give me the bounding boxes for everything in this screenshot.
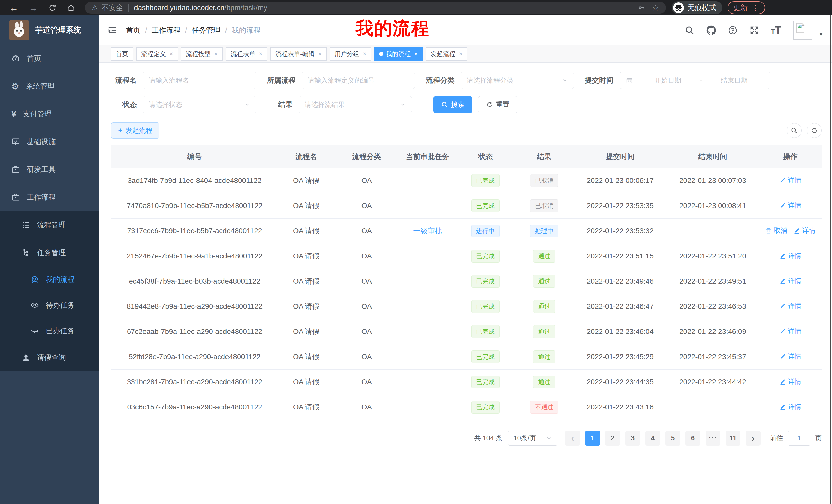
sidebar-item-11[interactable]: 请假查询 xyxy=(0,344,99,371)
detail-link[interactable]: 详情 xyxy=(779,377,801,386)
reset-button[interactable]: 重置 xyxy=(478,96,517,113)
forward-icon[interactable]: → xyxy=(29,3,38,12)
breadcrumb-item-2[interactable]: 任务管理 xyxy=(192,25,220,35)
detail-link[interactable]: 详情 xyxy=(779,302,801,311)
search-icon[interactable] xyxy=(685,25,695,35)
tab-1[interactable]: 流程定义× xyxy=(136,47,178,61)
menu-dots-icon[interactable]: ⋮ xyxy=(752,3,759,12)
tab-4[interactable]: 流程表单-编辑× xyxy=(270,47,327,61)
sidebar-item-1[interactable]: ⚙系统管理 xyxy=(0,73,99,100)
column-header-0: 编号 xyxy=(111,145,278,168)
result-select[interactable]: 请选择流结果 xyxy=(299,96,412,113)
status-badge: 不通过 xyxy=(530,401,558,414)
detail-link[interactable]: 详情 xyxy=(779,276,801,285)
yen-icon: ¥ xyxy=(11,109,16,119)
tab-6[interactable]: 我的流程× xyxy=(374,47,423,61)
sidebar-item-2[interactable]: ¥支付管理 xyxy=(0,100,99,128)
detail-link[interactable]: 详情 xyxy=(779,176,801,185)
chevron-down-icon xyxy=(244,102,250,108)
breadcrumb-item-1[interactable]: 工作流程 xyxy=(152,25,181,35)
detail-link[interactable]: 详情 xyxy=(779,352,801,361)
sidebar-item-6[interactable]: 流程管理 xyxy=(0,211,99,239)
close-icon[interactable]: × xyxy=(414,50,418,58)
search-button[interactable]: 搜索 xyxy=(434,96,472,113)
close-icon[interactable]: × xyxy=(170,50,173,58)
process-definition-input[interactable]: 请输入流程定义的编号 xyxy=(302,72,415,89)
page-button-2[interactable]: 2 xyxy=(605,431,620,446)
detail-link[interactable]: 详情 xyxy=(779,251,801,260)
sidebar-item-9[interactable]: 待办任务 xyxy=(0,292,99,318)
page-button-11[interactable]: 11 xyxy=(726,431,740,446)
breadcrumb-item-0[interactable]: 首页 xyxy=(126,25,140,35)
column-header-4: 状态 xyxy=(456,145,515,168)
avatar[interactable] xyxy=(793,21,812,40)
fullscreen-icon[interactable] xyxy=(750,25,759,35)
reload-icon[interactable] xyxy=(48,4,57,12)
caret-down-icon[interactable]: ▾ xyxy=(820,30,823,38)
page-button-3[interactable]: 3 xyxy=(625,431,640,446)
sidebar-item-5[interactable]: 工作流程 xyxy=(0,184,99,211)
refresh-table-button[interactable] xyxy=(807,123,822,138)
close-icon[interactable]: × xyxy=(214,50,218,58)
font-size-icon[interactable]: TT xyxy=(771,24,781,36)
cancel-link[interactable]: 取消 xyxy=(765,226,787,235)
tab-0[interactable]: 首页 xyxy=(111,47,133,61)
status-label: 状态 xyxy=(111,100,137,109)
toggle-search-button[interactable] xyxy=(787,123,802,138)
url-bar[interactable]: ⚠ 不安全 dashboard.yudao.iocoder.cn/bpm/tas… xyxy=(85,2,666,13)
update-button[interactable]: 更新 ⋮ xyxy=(728,1,765,14)
password-key-icon[interactable] xyxy=(638,4,645,11)
close-icon[interactable]: × xyxy=(259,50,262,58)
sidebar-item-4[interactable]: 研发工具 xyxy=(0,156,99,184)
detail-link[interactable]: 详情 xyxy=(779,201,801,210)
sidebar-item-0[interactable]: 首页 xyxy=(0,45,99,73)
pagination: 共 104 条10条/页‹123456···11›前往1页 xyxy=(111,431,822,446)
back-icon[interactable]: ← xyxy=(9,3,19,12)
current-task-link[interactable]: 一级审批 xyxy=(413,226,442,236)
page-button-4[interactable]: 4 xyxy=(645,431,660,446)
refresh-icon xyxy=(486,101,493,108)
github-icon[interactable] xyxy=(706,25,716,35)
process-name-input[interactable]: 请输入流程名 xyxy=(143,72,256,89)
detail-link[interactable]: 详情 xyxy=(794,226,815,235)
tab-2[interactable]: 流程模型× xyxy=(181,47,223,61)
security-label: 不安全 xyxy=(102,3,123,12)
process-category-select[interactable]: 请选择流程分类 xyxy=(461,72,574,89)
close-icon[interactable]: × xyxy=(363,50,366,58)
sidebar-item-3[interactable]: 基础设施 xyxy=(0,128,99,156)
close-icon[interactable]: × xyxy=(459,50,463,58)
face-icon xyxy=(30,275,39,284)
tab-7[interactable]: 发起流程× xyxy=(426,47,467,61)
breadcrumb-item-3[interactable]: 我的流程 xyxy=(232,25,260,35)
page-button-1[interactable]: 1 xyxy=(585,431,600,446)
window-edge xyxy=(830,16,831,504)
close-icon[interactable]: × xyxy=(318,50,322,58)
sidebar-item-8[interactable]: 我的流程 xyxy=(0,267,99,292)
status-select[interactable]: 请选择状态 xyxy=(143,96,256,113)
goto-page-input[interactable]: 1 xyxy=(788,431,810,446)
sidebar-item-7[interactable]: 任务管理 xyxy=(0,239,99,267)
page-button-5[interactable]: 5 xyxy=(666,431,680,446)
table-row-8: 331bc281-7b9a-11ec-a290-acde48001122OA 请… xyxy=(111,369,822,395)
create-process-button[interactable]: + 发起流程 xyxy=(111,122,159,139)
tab-5[interactable]: 用户分组× xyxy=(330,47,371,61)
submit-time-daterange[interactable]: 开始日期-结束日期 xyxy=(620,72,770,89)
next-page-button[interactable]: › xyxy=(746,431,760,446)
page-button-6[interactable]: 6 xyxy=(685,431,700,446)
detail-link[interactable]: 详情 xyxy=(779,327,801,336)
column-header-3: 当前审批任务 xyxy=(399,145,456,168)
sidebar-toggle[interactable] xyxy=(107,25,117,35)
detail-link[interactable]: 详情 xyxy=(779,402,801,411)
prev-page-button[interactable]: ‹ xyxy=(565,431,580,446)
help-icon[interactable] xyxy=(728,25,738,35)
tab-3[interactable]: 流程表单× xyxy=(226,47,267,61)
incognito-badge: 无痕模式 xyxy=(672,1,723,14)
home-icon[interactable] xyxy=(67,4,75,12)
page-size-select[interactable]: 10条/页 xyxy=(508,431,557,446)
edit-icon xyxy=(794,227,800,234)
dashboard-icon xyxy=(11,54,20,63)
page-button-ellipsis[interactable]: ··· xyxy=(705,431,721,446)
process-name-label: 流程名 xyxy=(111,76,137,85)
bookmark-star-icon[interactable]: ☆ xyxy=(652,3,659,12)
sidebar-item-10[interactable]: 已办任务 xyxy=(0,318,99,344)
